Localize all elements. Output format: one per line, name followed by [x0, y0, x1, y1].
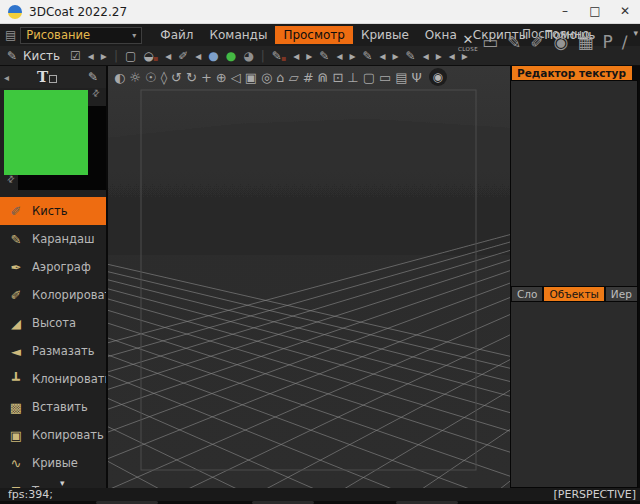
copy-icon: ▣ [0, 428, 32, 443]
checkbox-icon[interactable]: ☑ [70, 49, 81, 63]
panel-icon[interactable]: ▭ [482, 34, 498, 51]
prev-arrow-icon[interactable]: ◂ [293, 49, 299, 63]
texture-editor-panel[interactable] [510, 80, 638, 287]
contrast-icon[interactable]: ◐ [114, 71, 125, 84]
layers-objects-tabbar: Сло Объекты Иер [510, 287, 640, 301]
brush-icon: ✐ [0, 204, 32, 219]
tab-hierarchy[interactable]: Иер [606, 287, 637, 301]
pencil-icon[interactable]: ✎ [88, 70, 98, 84]
menu-item-curves[interactable]: Кривые [353, 26, 417, 44]
pen-slash-icon[interactable]: ∕ [622, 34, 628, 51]
close-button[interactable]: ✕ [610, 0, 640, 23]
projection-label: [PERSPECTIVE] [554, 488, 637, 501]
checker-pattern-icon[interactable]: ▦ [577, 34, 593, 51]
prev-arrow-icon[interactable]: ◂ [165, 49, 171, 63]
menu-item-view[interactable]: Просмотр [275, 26, 353, 44]
prev-arrow-icon[interactable]: ◂ [336, 49, 342, 63]
prev-arrow-icon[interactable]: ◂ [423, 49, 429, 63]
grid-toggle-icon[interactable]: # [303, 71, 314, 84]
selection-bounds-icon[interactable]: ▢ [363, 71, 375, 84]
background-image-icon[interactable]: ▤ [395, 71, 407, 84]
viewport[interactable]: ◐☼☉◊↺↻+⊕◁▣◎⌂▱#⋒⊡⊥▢▭▤Ψ◉ [108, 66, 510, 488]
viewport-icon-row: ◐☼☉◊↺↻+⊕◁▣◎⌂▱#⋒⊡⊥▢▭▤Ψ◉ [108, 66, 510, 88]
pen-settings-icon[interactable]: ✎ [507, 34, 521, 51]
brightness-icon[interactable]: ☼ [129, 71, 141, 84]
collapse-arrow-icon[interactable]: ◂ [0, 72, 13, 83]
view-angle-icon[interactable]: ◁ [231, 71, 241, 84]
minimize-button[interactable]: – [550, 0, 580, 23]
tool-item-copy[interactable]: ▣ Копировать [0, 421, 106, 449]
droplet-rotate-icon[interactable]: ↺ [171, 71, 182, 84]
document-gear-icon[interactable]: ▤ [5, 28, 16, 42]
chevron-down-icon[interactable]: ▾ [633, 28, 638, 38]
sphere-blue-icon[interactable]: ● [208, 49, 218, 63]
droplet-icon[interactable]: ◊ [161, 71, 167, 84]
text-tool-icon[interactable]: T [37, 68, 57, 86]
projector-icon[interactable]: Ψ [412, 71, 422, 84]
camera-icon[interactable]: ◉ [429, 68, 447, 86]
close-panel-button[interactable]: ✕ CLOSE [458, 33, 478, 53]
turntable-icon[interactable]: ◎ [261, 71, 272, 84]
tab-layers[interactable]: Сло [512, 287, 542, 301]
lock-badge-icon[interactable]: ▪ [281, 54, 286, 63]
camera-record-icon[interactable]: ◉ [554, 34, 569, 51]
tool-item-brush[interactable]: ✐ Кисть [0, 197, 106, 225]
tab-objects[interactable]: Объекты [544, 287, 603, 301]
pencil-icon[interactable]: ✎ [319, 49, 329, 63]
sphere-gray-icon[interactable]: ◕ [243, 49, 253, 63]
pencil-icon[interactable]: ✎ [362, 49, 372, 63]
next-arrow-icon[interactable]: ▸ [349, 49, 355, 63]
rotate-view-icon[interactable]: ↻ [186, 71, 197, 84]
menu-item-commands[interactable]: Команды [202, 26, 276, 44]
next-arrow-icon[interactable]: ▸ [393, 49, 399, 63]
rect-view-icon[interactable]: ▭ [379, 71, 391, 84]
next-arrow-icon[interactable]: ▸ [101, 49, 107, 63]
tab-texture-editor[interactable]: Редактор текстур [512, 66, 632, 80]
axes-icon[interactable]: ⊥ [347, 71, 358, 84]
prev-arrow-icon[interactable]: ◂ [195, 49, 201, 63]
cube-view-icon[interactable]: ▱ [289, 71, 299, 84]
square-brush-tip-icon[interactable]: ▢ [125, 49, 136, 63]
lock-badge-icon[interactable]: ▪ [153, 54, 158, 63]
focus-icon[interactable]: ⊡ [332, 71, 343, 84]
tool-item-paste[interactable]: ▩ Вставить [0, 393, 106, 421]
home-view-icon[interactable]: ⌂ [276, 71, 284, 84]
top-right-icon-cluster: Постоянно ▾ ✕ CLOSE ▭✎✐◉▦P∕ [452, 26, 640, 64]
chevron-down-icon: ▾ [132, 31, 136, 40]
prev-arrow-icon[interactable]: ◂ [380, 49, 386, 63]
pointer-p-icon[interactable]: P [602, 34, 612, 51]
foreground-color-swatch[interactable] [4, 90, 88, 175]
tool-item-curves[interactable]: ∿ Кривые [0, 449, 106, 477]
tool-item-pencil[interactable]: ✎ Карандаш [0, 225, 106, 253]
pencil-icon[interactable]: ✎ [406, 49, 416, 63]
tool-item-smudge[interactable]: ◄ Размазать [0, 337, 106, 365]
close-label: CLOSE [458, 47, 478, 53]
shading-icon[interactable]: ☉ [145, 71, 157, 84]
frame-view-icon[interactable]: ▣ [245, 71, 257, 84]
stroke-lasso-icon[interactable]: ✐ [178, 49, 188, 63]
tool-item-airbrush[interactable]: ✒ Аэрограф [0, 253, 106, 281]
brush-stroke-icon[interactable]: ✐ [530, 34, 544, 51]
tool-item-height[interactable]: ◢ Высота [0, 309, 106, 337]
scroll-down-icon[interactable]: ▾ [60, 478, 65, 488]
next-arrow-icon[interactable]: ▸ [436, 49, 442, 63]
prev-arrow-icon[interactable]: ◂ [88, 49, 94, 63]
next-arrow-icon[interactable]: ▸ [306, 49, 312, 63]
pan-view-icon[interactable]: + [201, 71, 212, 84]
zoom-icon[interactable]: ⊕ [216, 71, 227, 84]
swap-colors-icon[interactable]: ⇄ [90, 87, 102, 99]
menu-item-file[interactable]: Файл [152, 26, 201, 44]
tool-item-text[interactable]: T Текст [0, 477, 106, 488]
viewport-canvas[interactable] [108, 88, 510, 488]
tool-option-icons: ☑◂▸|▢◒▪◂✐◂●●◕|✎▪◂▸✎◂▸✎◂▸✎◂▸◂▸ [70, 48, 468, 63]
room-mode-select[interactable]: Рисование ▾ [20, 27, 142, 44]
tool-item-colorize[interactable]: ✐ Колорировать [0, 281, 106, 309]
tool-item-clone[interactable]: ┻ Клонировать [0, 365, 106, 393]
fps-counter: fps:394; [8, 488, 53, 501]
maximize-button[interactable]: □ [580, 0, 610, 23]
colorize-icon: ✐ [0, 288, 32, 303]
snap-3d-icon[interactable]: ⋒ [318, 71, 329, 84]
color-circle-icon[interactable]: ● [226, 49, 236, 63]
window-title: 3DCoat 2022.27 [29, 5, 127, 19]
objects-panel[interactable] [510, 301, 638, 488]
